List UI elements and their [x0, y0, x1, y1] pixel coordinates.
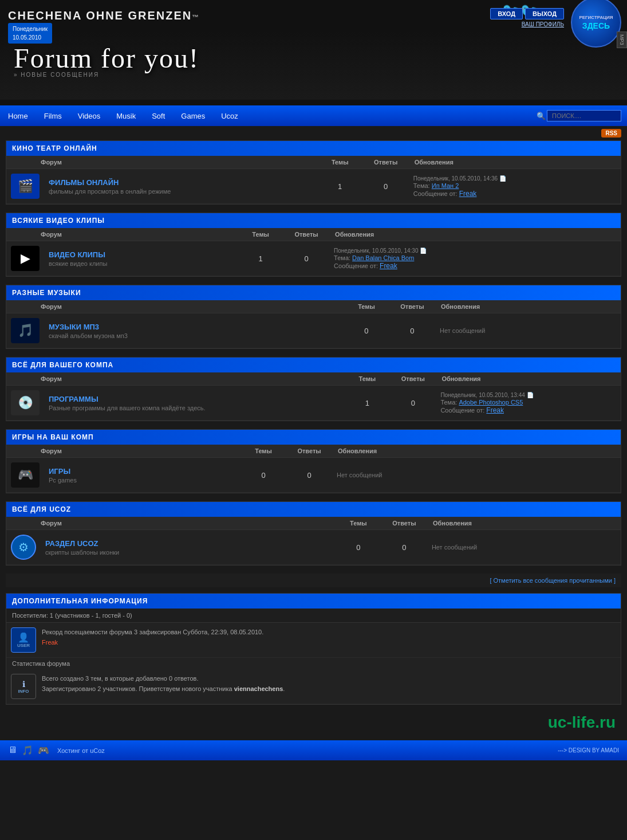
- logout-button[interactable]: ВЫХОД: [525, 8, 564, 19]
- footer-icon-games2: 🎮: [38, 745, 49, 756]
- update-user-soft[interactable]: Freak: [486, 406, 504, 414]
- header: CHECHENA OHNE GRENZEN™ 🐦🐦 РЕГИСТРАЦИЯ ЗД…: [0, 0, 627, 105]
- th-replies-kino: Ответы: [363, 156, 409, 169]
- table-row: 🎵 МУЗЫКИ МП3 скачай альбом музона мп3 0 …: [6, 313, 621, 348]
- stats-label: Статистика форума: [6, 658, 621, 669]
- forum-table-kino: Форум Темы Ответы Обновления 🎬 ФИЛЬМЫ ОН…: [6, 156, 621, 204]
- user-icon: 👤 USER: [11, 627, 36, 653]
- reg-label: РЕГИСТРАЦИЯ: [579, 14, 613, 21]
- th-forum-games: Форум: [6, 445, 240, 458]
- rss-button[interactable]: RSS: [601, 129, 621, 138]
- forum-link-soft[interactable]: ПРОГРАММЫ: [49, 395, 98, 403]
- update-topic-video[interactable]: Dan Balan Chica Bom: [352, 254, 414, 261]
- update-topic-soft[interactable]: Adobe Photoshop CS5: [459, 399, 523, 406]
- th-forum-soft: Форум: [6, 372, 344, 386]
- nav-games[interactable]: Games: [173, 105, 213, 126]
- design-text: ---> DESIGN BY AMADI: [558, 747, 619, 753]
- footer-icon-music: 🎵: [22, 745, 33, 756]
- th-forum-kino: Форум: [6, 156, 317, 169]
- forum-table-video: Форум Темы Ответы Обновления ▶ ВИДЕО КЛИ…: [6, 228, 621, 276]
- forum-topics-video: 1: [238, 241, 283, 276]
- forum-update-ucoz: Нет сообщений: [427, 530, 621, 565]
- main-content: КИНО ТЕАТР ОНЛАЙН Форум Темы Ответы Обно…: [0, 140, 627, 740]
- table-row: 🎬 ФИЛЬМЫ ОНЛАЙН фильмы для просмотра в о…: [6, 169, 621, 204]
- forum-icon-films: 🎬: [6, 169, 44, 204]
- forum-info-soft: ПРОГРАММЫ Разные программы для вашего ко…: [44, 386, 344, 421]
- forum-icon-music: 🎵: [6, 313, 44, 348]
- table-row: 💿 ПРОГРАММЫ Разные программы для вашего …: [6, 386, 621, 421]
- table-row: ⚙ РАЗДЕЛ UCOZ скрипты шаблоны иконки 0 0…: [6, 530, 621, 565]
- reg-here: ЗДЕСЬ: [582, 21, 610, 30]
- section-video-header: ВСЯКИЕ ВИДЕО КЛИПЫ: [6, 213, 621, 228]
- mark-read-link[interactable]: [ Отметить все сообщения прочитанными ]: [490, 577, 616, 584]
- profile-link[interactable]: ВАШ ПРОФИЛЬ: [522, 21, 564, 28]
- update-user-films[interactable]: Freak: [459, 190, 477, 198]
- forum-replies-ucoz: 0: [381, 530, 427, 565]
- forum-topics-films: 1: [317, 169, 363, 204]
- footer-icon-film: 🖥: [8, 745, 17, 756]
- visitors-text: Посетители: 1 (участников - 1, гостей - …: [12, 612, 132, 619]
- forum-desc-music: скачай альбом музона мп3: [49, 332, 339, 339]
- forum-desc-ucoz: скрипты шаблоны иконки: [45, 549, 331, 556]
- watermark: uc-life.ru: [6, 711, 621, 735]
- search-input[interactable]: [547, 110, 621, 121]
- additional-header: ДОПОЛНИТЕЛЬНАЯ ИНФОРМАЦИЯ: [6, 594, 621, 609]
- forum-icon-soft: 💿: [6, 386, 44, 421]
- th-updates-music: Обновления: [435, 300, 621, 313]
- forum-info-films: ФИЛЬМЫ ОНЛАЙН фильмы для просмотра в онл…: [44, 169, 317, 204]
- additional-section: ДОПОЛНИТЕЛЬНАЯ ИНФОРМАЦИЯ Посетители: 1 …: [6, 593, 621, 705]
- update-topic-films[interactable]: Ип Ман 2: [432, 182, 459, 189]
- nav-soft[interactable]: Soft: [144, 105, 173, 126]
- forum-update-video: Понедельник, 10.05.2010, 14:30 📄 Тема: D…: [329, 241, 621, 276]
- nav-ucoz[interactable]: Ucoz: [213, 105, 246, 126]
- section-music-header: РАЗНЫЕ МУЗЫКИ: [6, 285, 621, 300]
- forum-replies-video: 0: [283, 241, 329, 276]
- nav-musik[interactable]: Musik: [108, 105, 144, 126]
- th-topics-ucoz: Темы: [336, 517, 381, 530]
- forum-link-games[interactable]: ИГРЫ: [49, 467, 70, 476]
- record-user-link[interactable]: Freak: [42, 639, 58, 646]
- nav-videos[interactable]: Videos: [70, 105, 109, 126]
- th-forum-video: Форум: [6, 228, 238, 241]
- forum-info-music: МУЗЫКИ МП3 скачай альбом музона мп3: [44, 313, 344, 348]
- section-soft-header: ВСЁ ДЛЯ ВАШЕГО КОМПА: [6, 358, 621, 372]
- section-music: РАЗНЫЕ МУЗЫКИ Форум Темы Ответы Обновлен…: [6, 285, 621, 349]
- date-value: 10.05.2010: [13, 33, 48, 42]
- stats-row: ℹ INFO Всего создано 3 тем, в которые до…: [6, 669, 621, 704]
- section-games: ИГРЫ НА ВАШ КОМП Форум Темы Ответы Обнов…: [6, 429, 621, 493]
- forum-icon-ucoz: ⚙: [6, 530, 41, 565]
- mp3-tab[interactable]: MP3: [617, 32, 627, 48]
- nav-home[interactable]: Home: [0, 105, 36, 126]
- rss-bar: RSS: [0, 126, 627, 140]
- stats-icon: ℹ INFO: [11, 674, 36, 699]
- nav-films[interactable]: Films: [36, 105, 70, 126]
- update-user-video[interactable]: Freak: [380, 262, 397, 270]
- day-label: Понедельник: [13, 25, 48, 33]
- hosting-text: Хостинг от uCoz: [57, 747, 105, 754]
- visitors-bar: Посетители: 1 (участников - 1, гостей - …: [6, 609, 621, 623]
- login-button[interactable]: ВХОД: [490, 8, 523, 19]
- mark-read-bar: [ Отметить все сообщения прочитанными ]: [6, 574, 621, 587]
- th-updates-soft: Обновления: [436, 372, 621, 386]
- forum-link-music[interactable]: МУЗЫКИ МП3: [49, 323, 99, 331]
- date-badge: Понедельник 10.05.2010: [8, 23, 52, 44]
- th-forum-ucoz: Форум: [6, 517, 336, 530]
- forum-link-video[interactable]: ВИДЕО КЛИПЫ: [49, 250, 105, 259]
- th-updates-ucoz: Обновления: [427, 517, 621, 530]
- record-text: Рекорд посещаемости форума 3 зафиксирова…: [42, 627, 263, 647]
- nav-bar: Home Films Videos Musik Soft Games Ucoz …: [0, 105, 627, 126]
- forum-link-ucoz[interactable]: РАЗДЕЛ UCOZ: [45, 539, 98, 548]
- forum-topics-games: 0: [240, 458, 286, 493]
- th-topics-music: Темы: [344, 300, 389, 313]
- new-user[interactable]: viennachechens: [234, 685, 283, 692]
- footer: 🖥 🎵 🎮 Хостинг от uCoz ---> DESIGN BY AMA…: [0, 740, 627, 760]
- table-row: ▶ ВИДЕО КЛИПЫ всякие видео клипы 1 0 Пон…: [6, 241, 621, 276]
- section-ucoz: ВСЁ ДЛЯ UCOZ Форум Темы Ответы Обновлени…: [6, 501, 621, 566]
- th-replies-soft: Ответы: [390, 372, 436, 386]
- forum-topics-ucoz: 0: [336, 530, 381, 565]
- section-ucoz-header: ВСЁ ДЛЯ UCOZ: [6, 502, 621, 517]
- th-updates-video: Обновления: [329, 228, 621, 241]
- forum-link-films[interactable]: ФИЛЬМЫ ОНЛАЙН: [49, 178, 119, 187]
- forum-replies-films: 0: [363, 169, 409, 204]
- forum-replies-music: 0: [389, 313, 435, 348]
